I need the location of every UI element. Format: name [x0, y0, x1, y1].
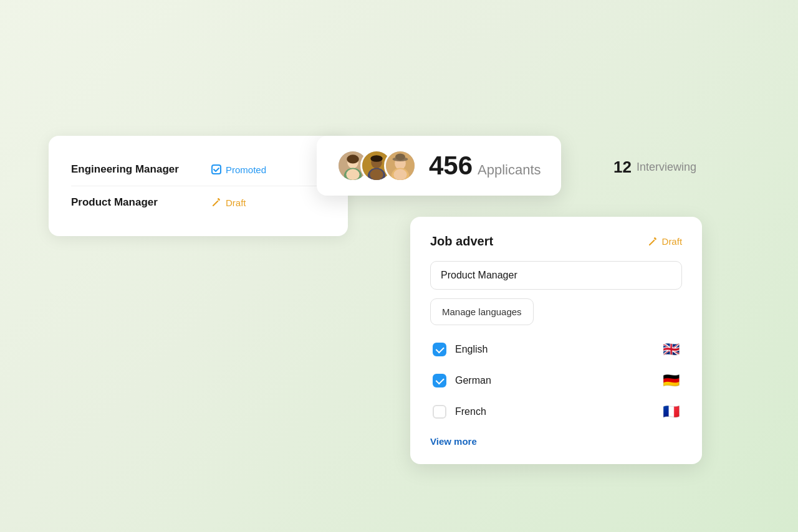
advert-draft-badge: Draft — [647, 236, 683, 247]
job-advert-title: Job advert — [430, 234, 493, 249]
svg-point-8 — [370, 155, 382, 162]
french-flag: 🇫🇷 — [663, 404, 680, 420]
english-flag: 🇬🇧 — [663, 341, 680, 358]
job-list-card: Engineering Manager Promoted Product Man… — [49, 136, 348, 236]
avatar-3 — [384, 150, 416, 182]
language-item-english: English 🇬🇧 — [430, 335, 682, 364]
job-title-input[interactable] — [430, 261, 682, 290]
manage-languages-button[interactable]: Manage languages — [430, 298, 534, 325]
applicants-count: 456 — [429, 153, 473, 179]
applicants-label: Applicants — [478, 162, 541, 178]
promoted-label: Promoted — [226, 164, 266, 175]
interviewing-label: Interviewing — [637, 161, 696, 174]
promoted-check-icon — [211, 164, 222, 175]
svg-point-14 — [395, 154, 405, 161]
advert-draft-label: Draft — [662, 236, 683, 247]
product-manager-status: Draft — [211, 197, 246, 208]
interviewing-section: 12 Interviewing — [613, 158, 696, 177]
engineering-manager-title: Engineering Manager — [71, 163, 196, 176]
english-checkbox[interactable] — [433, 343, 446, 356]
draft-edit-icon — [211, 197, 222, 208]
language-item-french: French 🇫🇷 — [430, 397, 682, 426]
draft-label: Draft — [226, 197, 246, 208]
interviewing-count: 12 — [613, 158, 632, 177]
advert-draft-icon — [647, 236, 658, 247]
job-advert-card: Job advert Draft Manage languages Englis… — [410, 217, 702, 464]
view-more-button[interactable]: View more — [430, 434, 477, 449]
svg-point-16 — [393, 169, 406, 180]
french-label: French — [455, 406, 486, 417]
job-row-product: Product Manager Draft — [71, 186, 325, 219]
svg-point-10 — [370, 169, 383, 180]
language-item-german: German 🇩🇪 — [430, 366, 682, 395]
german-flag: 🇩🇪 — [663, 373, 680, 389]
svg-point-5 — [346, 169, 359, 180]
engineering-manager-status: Promoted — [211, 164, 266, 175]
german-label: German — [455, 375, 491, 386]
svg-point-3 — [347, 154, 358, 163]
german-checkbox[interactable] — [433, 374, 446, 387]
card-header: Job advert Draft — [430, 234, 682, 249]
applicant-avatars — [337, 150, 416, 182]
languages-list: English 🇬🇧 German 🇩🇪 French 🇫🇷 — [430, 335, 682, 426]
job-row-engineering: Engineering Manager Promoted — [71, 153, 325, 186]
applicants-card: 456 Applicants — [317, 136, 561, 196]
english-label: English — [455, 344, 488, 355]
french-checkbox[interactable] — [433, 405, 446, 419]
product-manager-title: Product Manager — [71, 196, 196, 209]
applicants-info: 456 Applicants — [429, 153, 541, 179]
